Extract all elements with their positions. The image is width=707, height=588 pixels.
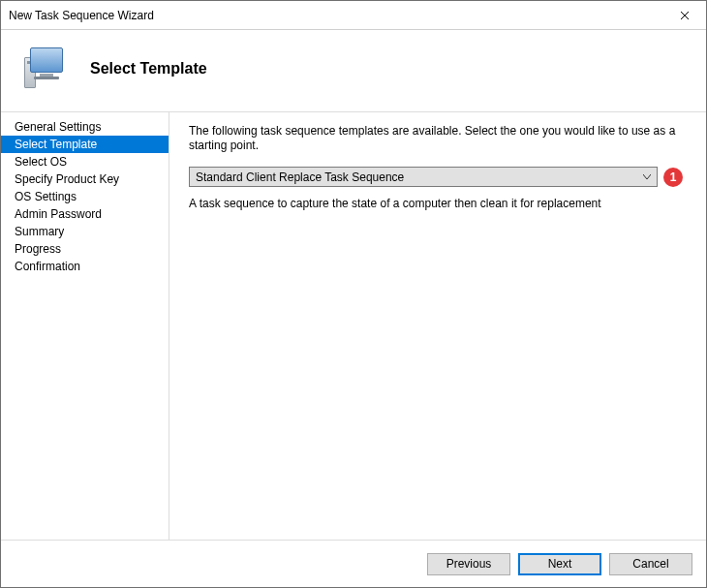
wizard-window: New Task Sequence Wizard Select Template… — [0, 0, 707, 588]
sidebar-item-select-template[interactable]: Select Template — [1, 136, 169, 153]
sidebar-item-label: Select OS — [15, 155, 67, 169]
sidebar-item-progress[interactable]: Progress — [1, 240, 169, 258]
sidebar-item-specify-product-key[interactable]: Specify Product Key — [1, 170, 169, 188]
sidebar-item-label: Select Template — [15, 138, 97, 151]
content-pane: The following task sequence templates ar… — [169, 112, 706, 540]
close-icon — [680, 11, 690, 20]
header: Select Template — [1, 30, 706, 111]
sidebar: General Settings Select Template Select … — [1, 112, 169, 540]
sidebar-item-label: Confirmation — [15, 260, 80, 273]
cancel-button[interactable]: Cancel — [609, 553, 692, 575]
sidebar-item-general-settings[interactable]: General Settings — [1, 118, 169, 136]
sidebar-item-label: Progress — [15, 242, 61, 256]
window-title: New Task Sequence Wizard — [9, 9, 662, 22]
sidebar-item-label: Specify Product Key — [15, 172, 119, 186]
annotation-badge: 1 — [663, 168, 683, 187]
sidebar-item-select-os[interactable]: Select OS — [1, 153, 169, 170]
template-select[interactable]: Standard Client Replace Task Sequence — [189, 167, 658, 187]
page-title: Select Template — [90, 60, 207, 77]
chevron-down-icon — [639, 174, 655, 180]
template-row: Standard Client Replace Task Sequence 1 — [189, 167, 683, 187]
footer: Previous Next Cancel — [1, 541, 706, 587]
sidebar-item-label: OS Settings — [15, 190, 77, 203]
sidebar-item-admin-password[interactable]: Admin Password — [1, 205, 169, 223]
next-button[interactable]: Next — [518, 553, 601, 575]
sidebar-item-label: Admin Password — [15, 207, 102, 221]
computer-icon — [24, 47, 67, 90]
instruction-text: The following task sequence templates ar… — [189, 124, 683, 153]
titlebar: New Task Sequence Wizard — [1, 1, 706, 30]
sidebar-item-label: Summary — [15, 225, 64, 238]
sidebar-item-confirmation[interactable]: Confirmation — [1, 258, 169, 275]
sidebar-item-label: General Settings — [15, 120, 101, 134]
template-select-value: Standard Client Replace Task Sequence — [196, 170, 639, 184]
sidebar-item-os-settings[interactable]: OS Settings — [1, 188, 169, 205]
previous-button[interactable]: Previous — [427, 553, 510, 575]
template-description: A task sequence to capture the state of … — [189, 197, 683, 211]
sidebar-item-summary[interactable]: Summary — [1, 223, 169, 240]
close-button[interactable] — [662, 1, 706, 29]
body: General Settings Select Template Select … — [1, 111, 706, 541]
